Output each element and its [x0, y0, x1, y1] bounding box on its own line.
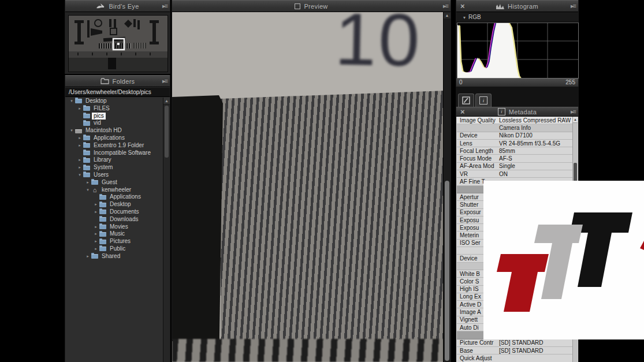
disclosure-down-icon[interactable]: ▾	[69, 127, 75, 135]
test-chart-thumbnail	[69, 16, 167, 72]
disclosure-right-icon[interactable]: ▸	[93, 238, 99, 245]
tree-item-documents[interactable]: ▸Documents	[65, 208, 163, 216]
chart-number-overlay: 10	[334, 12, 422, 83]
disclosure-right-icon[interactable]: ▸	[93, 201, 99, 208]
tree-item-label: Applications	[92, 135, 126, 142]
disclosure-right-icon[interactable]: ▸	[93, 230, 99, 238]
metadata-row[interactable]: LensVR 24-85mm f/3.5-4.5G	[457, 140, 573, 147]
preview-image[interactable]: 10	[172, 12, 451, 362]
metadata-section-header[interactable]: Camera Info	[457, 124, 573, 132]
preview-square-icon	[295, 3, 300, 9]
disclosure-right-icon[interactable]: ▸	[93, 223, 99, 231]
metadata-label: Picture Contr	[457, 339, 499, 346]
tree-item-kenwheeler[interactable]: ▾⌂kenwheeler	[65, 186, 163, 194]
tree-item-shared[interactable]: ▸Shared	[65, 253, 163, 260]
folder-icon	[99, 203, 106, 207]
metadata-value: AF-S	[499, 155, 573, 162]
tree-item-pictures[interactable]: ▸Pictures	[65, 238, 163, 245]
metadata-row[interactable]: Base[SD] STANDARD	[457, 347, 573, 354]
tree-item-excentro-1-9-folder[interactable]: ▸Excentro 1.9 Folder	[65, 142, 163, 150]
folder-icon	[91, 254, 98, 259]
disclosure-right-icon[interactable]: ▸	[77, 156, 83, 164]
folder-icon	[83, 136, 90, 140]
folders-scrollbar[interactable]: ▲	[163, 98, 170, 362]
tab-metadata[interactable]: i	[475, 94, 492, 107]
metadata-row[interactable]: Focal Length85mm	[457, 147, 573, 155]
panel-menu-icon[interactable]: ▸≡	[162, 2, 167, 10]
scroll-up-icon[interactable]: ▲	[573, 117, 578, 123]
folder-tree: ▾Desktop▸FILESpicsvid▾Macintosh HD▸Appli…	[65, 98, 163, 362]
disclosure-right-icon[interactable]: ▸	[85, 179, 91, 186]
tree-item-public[interactable]: ▸Public	[65, 245, 163, 253]
folder-icon	[83, 158, 90, 163]
metadata-row[interactable]: Quick Adjust	[457, 354, 573, 362]
scrollbar-thumb[interactable]	[445, 181, 449, 361]
disclosure-right-icon[interactable]: ▸	[93, 245, 99, 253]
tree-item-system[interactable]: ▸System	[65, 164, 163, 171]
scrollbar-thumb[interactable]	[165, 106, 169, 158]
scroll-up-icon[interactable]: ▲	[163, 98, 170, 105]
disclosure-right-icon[interactable]: ▸	[93, 208, 99, 216]
disclosure-right-icon[interactable]: ▸	[77, 135, 83, 142]
close-icon[interactable]: ×	[460, 107, 465, 116]
tree-item-users[interactable]: ▾Users	[65, 171, 163, 179]
logo-t-black	[570, 212, 632, 287]
tree-item-applications[interactable]: Applications	[65, 193, 163, 201]
disclosure-right-icon[interactable]: ▸	[85, 253, 91, 260]
disclosure-down-icon[interactable]: ▾	[77, 171, 83, 179]
tree-item-applications[interactable]: ▸Applications	[65, 135, 163, 142]
tree-item-label: Applications	[108, 193, 143, 201]
disclosure-down-icon[interactable]: ▾	[85, 186, 91, 194]
disclosure-right-icon[interactable]: ▸	[77, 142, 83, 150]
tree-item-incompatible-software[interactable]: Incompatible Software	[65, 150, 163, 157]
metadata-row[interactable]: Focus ModeAF-S	[457, 155, 573, 162]
disclosure-down-icon[interactable]: ▾	[69, 98, 75, 105]
panel-menu-icon[interactable]: ▸≡	[571, 108, 575, 115]
tree-item-label: FILES	[92, 105, 111, 113]
channel-select[interactable]: ▾RGB	[456, 12, 578, 23]
tree-item-movies[interactable]: ▸Movies	[65, 223, 163, 231]
panel-menu-icon[interactable]: ▸≡	[571, 2, 575, 10]
tree-item-library[interactable]: ▸Library	[65, 156, 163, 164]
tree-item-files[interactable]: ▸FILES	[65, 105, 163, 113]
disclosure-right-icon[interactable]: ▸	[77, 164, 83, 171]
preview-header: Preview ▸≡	[172, 0, 451, 12]
preview-title: Preview	[304, 3, 327, 10]
panel-menu-icon[interactable]: ▸≡	[443, 2, 448, 10]
metadata-row[interactable]: VRON	[457, 170, 573, 178]
histogram-panel: × Histogram ▸≡ ▾RGB 0 255	[456, 0, 579, 87]
tree-item-macintosh-hd[interactable]: ▾Macintosh HD	[65, 127, 163, 135]
metadata-row[interactable]: Image QualityLossless Compressed RAW	[457, 117, 573, 124]
scroll-up-icon[interactable]: ▲	[444, 12, 451, 18]
metadata-row[interactable]: DeviceNikon D7100	[457, 132, 573, 140]
disclosure-right-icon[interactable]: ▸	[77, 105, 83, 113]
metadata-label: Image Quality	[457, 117, 499, 124]
tree-item-label: Movies	[108, 223, 130, 231]
birds-eye-thumbnail[interactable]	[68, 15, 168, 72]
panel-menu-icon[interactable]: ▸≡	[162, 77, 167, 85]
preview-scrollbar[interactable]: ▲	[443, 12, 451, 362]
folder-icon	[75, 99, 82, 103]
tree-item-guest[interactable]: ▸Guest	[65, 179, 163, 186]
histogram-icon	[496, 3, 504, 9]
close-icon[interactable]: ×	[460, 2, 465, 10]
tree-item-desktop[interactable]: ▸Desktop	[65, 201, 163, 208]
tree-item-music[interactable]: ▸Music	[65, 230, 163, 238]
folder-path-field[interactable]: /Users/kenwheeler/Desktop/pics	[65, 88, 170, 97]
metadata-label: Base	[457, 348, 499, 354]
axis-min-label: 0	[459, 79, 463, 87]
resolution-stripes-coarse	[172, 339, 444, 362]
info-icon: i	[498, 108, 505, 115]
tree-item-pics[interactable]: pics	[65, 113, 163, 120]
folder-icon	[99, 225, 106, 229]
metadata-title: Metadata	[509, 109, 537, 115]
tree-item-downloads[interactable]: Downloads	[65, 216, 163, 223]
app-window: Bird's Eye ▸≡	[0, 0, 644, 362]
metadata-label: Focal Length	[457, 148, 499, 154]
metadata-row[interactable]: AF-Area ModSingle	[457, 163, 573, 170]
metadata-row[interactable]: Picture Contr[SD] STANDARD	[457, 339, 573, 347]
tree-item-vid[interactable]: vid	[65, 120, 163, 127]
tab-adjustments[interactable]	[458, 94, 474, 107]
folder-icon	[99, 240, 106, 244]
tree-item-desktop[interactable]: ▾Desktop	[65, 98, 163, 105]
